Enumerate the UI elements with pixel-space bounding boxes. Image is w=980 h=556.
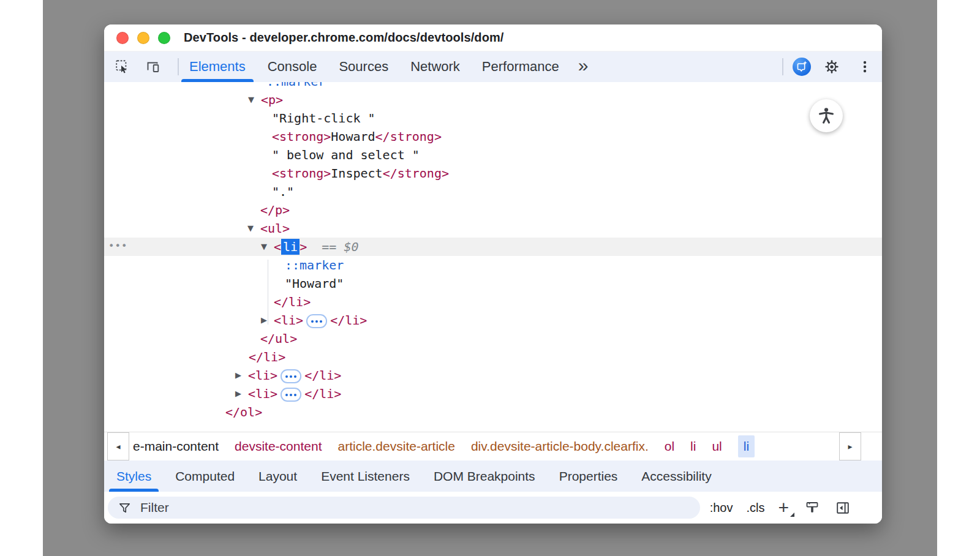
expand-arrow-icon[interactable]: ▶ <box>235 385 241 403</box>
tab-console[interactable]: Console <box>258 51 326 82</box>
dom-node-row[interactable]: ::marker <box>104 82 882 91</box>
devtools-window: DevTools - developer.chrome.com/docs/dev… <box>104 24 882 524</box>
dom-node-row[interactable]: " below and select " <box>104 146 882 164</box>
breadcrumb-scroll-right-button[interactable]: ▸ <box>839 432 861 460</box>
breadcrumb-item[interactable]: li <box>690 439 696 454</box>
filter-input[interactable] <box>139 500 690 516</box>
breadcrumb-scroll-left-button[interactable]: ◂ <box>107 432 129 460</box>
toolbar-right-cluster <box>782 51 872 82</box>
breadcrumb-item[interactable]: devsite-content <box>235 439 322 454</box>
ai-assistance-icon[interactable] <box>793 58 811 76</box>
dom-node-row[interactable]: </ol> <box>104 403 882 421</box>
dom-node-row[interactable]: ▶<li></li> <box>104 385 882 403</box>
dom-node-row[interactable]: "." <box>104 182 882 201</box>
breadcrumb-item[interactable]: e-main-content <box>133 439 219 454</box>
dom-node-selected[interactable]: •••▼<li> == $0 <box>104 238 882 256</box>
expand-arrow-icon[interactable]: ▶ <box>261 311 267 329</box>
minimize-button[interactable] <box>137 32 149 44</box>
console-var-hint: $0 <box>344 239 358 254</box>
sidebar-tab-event-listeners[interactable]: Event Listeners <box>314 460 417 492</box>
breadcrumb-item[interactable]: article.devsite-article <box>338 439 455 454</box>
main-toolbar: ElementsConsoleSourcesNetworkPerformance… <box>104 51 882 82</box>
tab-sources[interactable]: Sources <box>330 51 398 82</box>
expand-arrow-icon[interactable]: ▶ <box>235 366 241 385</box>
collapse-arrow-icon[interactable]: ▼ <box>248 91 254 109</box>
dom-node-row[interactable]: ▶<li></li> <box>104 366 882 385</box>
dom-node-row[interactable]: "Howard" <box>104 274 882 293</box>
new-style-rule-button[interactable]: + <box>778 500 789 515</box>
text-node: "Right-click " <box>272 111 375 126</box>
tag-token: </li> <box>304 368 341 383</box>
tab-performance[interactable]: Performance <box>473 51 568 82</box>
more-menu-icon[interactable] <box>858 59 872 74</box>
sidebar-tab-dom-breakpoints[interactable]: DOM Breakpoints <box>426 460 543 492</box>
tab-elements[interactable]: Elements <box>180 51 255 82</box>
tag-token: </strong> <box>375 129 442 144</box>
tag-token: </ol> <box>225 405 262 419</box>
collapsed-content-button[interactable] <box>281 369 301 383</box>
toggle-hov-button[interactable]: :hov <box>710 501 733 515</box>
dom-node-row[interactable]: ▼<p> <box>104 91 882 109</box>
breadcrumb-item[interactable]: div.devsite-article-body.clearfix. <box>471 439 649 454</box>
toggle-cls-button[interactable]: .cls <box>746 501 764 515</box>
dom-node-row[interactable]: ::marker <box>104 256 882 274</box>
dom-node-row[interactable]: <strong>Howard</strong> <box>104 127 882 146</box>
device-toolbar-icon[interactable] <box>146 59 160 74</box>
close-button[interactable] <box>116 32 129 44</box>
sidebar-tab-layout[interactable]: Layout <box>251 460 304 492</box>
toggle-sidebar-icon[interactable] <box>835 500 850 515</box>
tag-token: <p> <box>261 92 283 107</box>
more-tabs-icon[interactable]: » <box>572 50 595 81</box>
breadcrumb-bar: ◂ e-main-contentdevsite-contentarticle.d… <box>104 432 882 460</box>
dom-node-row[interactable]: ▶<li></li> <box>104 311 882 329</box>
tag-token: <ul> <box>260 221 290 236</box>
collapse-arrow-icon[interactable]: ▼ <box>247 219 254 238</box>
zoom-button[interactable] <box>158 32 170 44</box>
tag-token: </ul> <box>260 331 297 346</box>
tag-token: </strong> <box>383 166 449 181</box>
sidebar-tab-computed[interactable]: Computed <box>168 460 242 492</box>
dom-node-row[interactable]: </p> <box>104 201 882 219</box>
titlebar[interactable]: DevTools - developer.chrome.com/docs/dev… <box>104 24 882 51</box>
sidebar-tabs: StylesComputedLayoutEvent ListenersDOM B… <box>104 460 882 492</box>
collapsed-content-button[interactable] <box>281 388 301 402</box>
tag-token: </p> <box>260 203 290 217</box>
collapse-arrow-icon[interactable]: ▼ <box>261 238 267 256</box>
dom-node-row[interactable]: "Right-click " <box>104 109 882 127</box>
tab-network[interactable]: Network <box>401 51 469 82</box>
text-node: Inspect <box>331 166 382 181</box>
tag-token: </li> <box>330 313 367 328</box>
filter-input-wrap[interactable] <box>108 497 700 519</box>
rendering-brush-icon[interactable] <box>805 500 820 515</box>
plus-icon: + <box>778 497 789 517</box>
dom-node-row[interactable]: <strong>Inspect</strong> <box>104 164 882 182</box>
dom-node-row[interactable]: </ul> <box>104 329 882 348</box>
tag-token: </li> <box>274 295 311 309</box>
tag-token: > <box>300 239 307 254</box>
breadcrumb-item[interactable]: ul <box>712 439 722 454</box>
breadcrumb-item[interactable]: li <box>738 435 755 457</box>
sidebar-tab-accessibility[interactable]: Accessibility <box>634 460 718 492</box>
inspect-icon[interactable] <box>115 59 130 74</box>
breadcrumb: e-main-contentdevsite-contentarticle.dev… <box>133 435 755 457</box>
tag-token: <li> <box>248 386 277 401</box>
pseudo-element-node[interactable]: ::marker <box>266 82 325 89</box>
styles-filter-bar: :hov .cls + <box>104 492 882 524</box>
elements-dom-tree: ::marker▼<p>"Right-click "<strong>Howard… <box>104 82 882 432</box>
dom-node-row[interactable]: ▼<ul> <box>104 219 882 238</box>
pseudo-element-node[interactable]: ::marker <box>285 258 344 272</box>
text-node: Howard <box>331 129 375 144</box>
hidden-rows-indicator: ••• <box>108 238 127 255</box>
dom-node-row[interactable]: </li> <box>104 348 882 366</box>
breadcrumb-item[interactable]: ol <box>665 439 674 454</box>
equals-sign: == <box>307 239 344 254</box>
plus-dropdown-corner-icon <box>790 513 794 517</box>
tag-token: </li> <box>249 350 285 364</box>
collapsed-content-button[interactable] <box>306 314 327 328</box>
traffic-lights <box>116 32 170 44</box>
dom-node-row[interactable]: </li> <box>104 293 882 311</box>
sidebar-tab-properties[interactable]: Properties <box>552 460 625 492</box>
sidebar-tab-styles[interactable]: Styles <box>109 460 159 492</box>
settings-gear-icon[interactable] <box>824 59 839 74</box>
selected-tag-name[interactable]: li <box>281 239 300 255</box>
